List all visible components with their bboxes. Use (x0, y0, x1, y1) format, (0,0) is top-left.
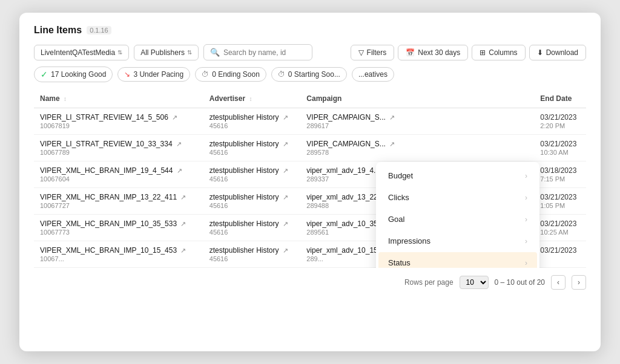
cell-end-date: 03/21/20231:05 PM (534, 188, 586, 215)
table-row[interactable]: VIPER_LI_STRAT_REVIEW_10_33_334 ↗ 100677… (34, 135, 586, 161)
col-end-date: End Date (534, 89, 586, 108)
col-start-date (483, 89, 535, 108)
cell-name: VIPER_LI_STRAT_REVIEW_10_33_334 ↗ 100677… (34, 135, 203, 161)
check-icon: ✓ (41, 70, 48, 79)
cell-status (417, 108, 482, 135)
cell-advertiser: ztestpublisher History ↗ 45616 (203, 215, 301, 241)
advertiser-select[interactable]: LiveIntentQATestMedia ⇅ (34, 45, 129, 60)
columns-button[interactable]: ⊞ Columns (472, 45, 525, 60)
rows-per-page-label: Rows per page (404, 278, 453, 287)
publisher-select[interactable]: All Publishers ⇅ (134, 45, 199, 60)
advertiser-sort-icon: ↕ (249, 96, 252, 102)
next-page-button[interactable]: › (572, 275, 586, 290)
table-header-row: Name ↕ Advertiser ↕ Campaign End Date (34, 89, 586, 108)
window-header: Line Items 0.1.16 (34, 25, 586, 36)
starting-soon-label: 0 Starting Soo... (288, 70, 340, 79)
advertiser-link-icon: ↗ (283, 247, 288, 254)
rows-per-page-select[interactable]: 10 20 50 (460, 276, 489, 289)
ending-soon-label: 0 Ending Soon (212, 70, 260, 79)
dropdown-arrow-goal: › (525, 215, 527, 224)
external-link-icon: ↗ (176, 140, 182, 148)
external-link-icon: ↗ (180, 193, 186, 201)
cell-name: VIPER_XML_HC_BRAN_IMP_10_15_453 ↗ 10067.… (34, 241, 203, 268)
advertiser-chevron-icon: ⇅ (117, 49, 122, 56)
window-title: Line Items (34, 25, 82, 36)
cell-end-date: 03/21/20232:20 PM (534, 108, 586, 135)
campaign-link-icon: ↗ (389, 114, 395, 121)
cell-campaign: VIPER_CAMPAIGN_S... ↗ 289617 (300, 108, 417, 135)
external-link-icon: ↗ (172, 114, 177, 121)
status-looking-good[interactable]: ✓ 17 Looking Good (34, 67, 113, 82)
external-link-icon: ↗ (180, 220, 186, 227)
pacing-icon: ↘ (124, 70, 130, 79)
search-box[interactable]: 🔍 (203, 44, 312, 60)
cell-advertiser: ztestpublisher History ↗ 45616 (203, 135, 301, 161)
dropdown-item-label-clicks: Clicks (388, 193, 409, 202)
advertiser-select-label: LiveIntentQATestMedia (41, 48, 115, 57)
date-range-button[interactable]: 📅 Next 30 days (398, 45, 468, 60)
advertiser-link-icon: ↗ (283, 140, 288, 148)
advertiser-link-icon: ↗ (283, 114, 288, 121)
cell-name: VIPER_XML_HC_BRAN_IMP_19_4_544 ↗ 1006760… (34, 161, 203, 188)
cell-end-date: 03/21/202310:25 AM (534, 215, 586, 241)
cell-advertiser: ztestpublisher History ↗ 45616 (203, 161, 301, 188)
filters-label: Filters (367, 48, 387, 57)
search-icon: 🔍 (210, 48, 220, 57)
version-badge: 0.1.16 (87, 26, 111, 34)
dropdown-item-label-budget: Budget (388, 171, 413, 180)
cell-name: VIPER_LI_STRAT_REVIEW_14_5_506 ↗ 1006781… (34, 108, 203, 135)
dropdown-item-label-status: Status (388, 258, 411, 267)
col-status (417, 89, 482, 108)
col-campaign: Campaign (300, 89, 417, 108)
dropdown-item-status[interactable]: Status › (378, 252, 537, 268)
columns-dropdown: Budget › Clicks › Goal › Impressions › S… (376, 162, 539, 268)
dropdown-item-budget[interactable]: Budget › (378, 165, 537, 186)
dropdown-item-label-goal: Goal (388, 215, 404, 224)
cell-advertiser: ztestpublisher History ↗ 45616 (203, 188, 301, 215)
dropdown-arrow-clicks: › (525, 193, 527, 202)
filters-button[interactable]: ▽ Filters (351, 45, 395, 60)
cell-name: VIPER_XML_HC_BRAN_IMP_13_22_411 ↗ 100677… (34, 188, 203, 215)
status-ending-soon[interactable]: ⏱ 0 Ending Soon (195, 67, 266, 82)
status-bar: ✓ 17 Looking Good ↘ 3 Under Pacing ⏱ 0 E… (34, 67, 586, 82)
under-pacing-label: 3 Under Pacing (133, 70, 183, 79)
search-input[interactable] (223, 48, 306, 57)
cell-end-date: 03/21/2023 (534, 241, 586, 268)
dropdown-arrow-budget: › (525, 172, 527, 180)
clock-icon: ⏱ (202, 70, 209, 79)
prev-page-button[interactable]: ‹ (551, 275, 566, 290)
cell-name: VIPER_XML_HC_BRAN_IMP_10_35_533 ↗ 100677… (34, 215, 203, 241)
status-starting-soon[interactable]: ⏱ 0 Starting Soo... (271, 67, 347, 82)
publisher-chevron-icon: ⇅ (187, 49, 192, 56)
dropdown-item-label-impressions: Impressions (388, 236, 430, 245)
advertiser-link-icon: ↗ (283, 220, 288, 227)
publisher-select-label: All Publishers (140, 48, 185, 57)
toolbar: LiveIntentQATestMedia ⇅ All Publishers ⇅… (34, 44, 586, 60)
dropdown-item-impressions[interactable]: Impressions › (378, 230, 537, 252)
columns-icon: ⊞ (480, 48, 486, 57)
external-link-icon: ↗ (177, 167, 182, 174)
cell-advertiser: ztestpublisher History ↗ 45616 (203, 241, 301, 268)
dropdown-item-clicks[interactable]: Clicks › (378, 187, 537, 208)
clock2-icon: ⏱ (278, 70, 285, 79)
advertiser-link-icon: ↗ (283, 167, 288, 174)
advertiser-link-icon: ↗ (283, 193, 288, 201)
looking-good-label: 17 Looking Good (51, 70, 106, 79)
status-creatives[interactable]: ...eatives (352, 67, 394, 82)
columns-label: Columns (489, 48, 517, 57)
creatives-label: ...eatives (358, 70, 388, 79)
download-button[interactable]: ⬇ Download (529, 45, 586, 60)
dropdown-item-goal[interactable]: Goal › (378, 209, 537, 230)
status-under-pacing[interactable]: ↘ 3 Under Pacing (117, 67, 190, 82)
main-window: Line Items 0.1.16 LiveIntentQATestMedia … (19, 13, 601, 351)
download-label: Download (546, 48, 578, 57)
cell-start-date (483, 108, 535, 135)
col-name: Name ↕ (34, 89, 203, 108)
dropdown-arrow-status: › (525, 259, 527, 267)
cell-status (417, 135, 482, 161)
table-row[interactable]: VIPER_LI_STRAT_REVIEW_14_5_506 ↗ 1006781… (34, 108, 586, 135)
name-sort-icon: ↕ (64, 96, 67, 102)
download-icon: ⬇ (537, 48, 543, 57)
date-range-label: Next 30 days (418, 48, 460, 57)
cell-start-date (483, 135, 535, 161)
